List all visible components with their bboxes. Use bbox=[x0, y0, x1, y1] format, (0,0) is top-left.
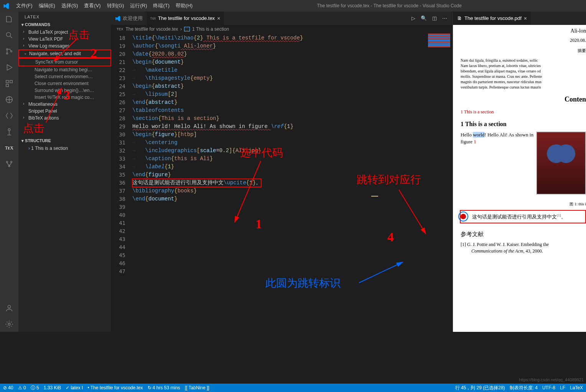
status-item[interactable]: 制表符长度: 4 bbox=[510, 385, 538, 391]
breadcrumb[interactable]: TEX The testfile for vscode.tex › ⬚ 1 Th… bbox=[111, 25, 453, 33]
tab-texfile[interactable]: TᴇX The testfile for vscode.tex × bbox=[146, 11, 224, 25]
svg-rect-4 bbox=[6, 80, 8, 83]
pdf-highlight: world bbox=[473, 132, 484, 138]
chevron-icon: › bbox=[180, 26, 182, 32]
sidebar-item[interactable]: ›Build LaTeX project bbox=[18, 29, 111, 36]
menu-item[interactable]: 选择(S) bbox=[58, 3, 81, 8]
extensions-icon[interactable] bbox=[5, 79, 14, 88]
sidebar-item-label: Insert %!TeX root magic co… bbox=[35, 95, 94, 100]
sidebar-item[interactable]: ⌄Navigate, select, and edit bbox=[18, 49, 111, 58]
source-control-icon[interactable] bbox=[5, 47, 14, 56]
structure-section[interactable]: STRUCTURE bbox=[18, 137, 111, 145]
status-item[interactable]: ✓ latex I bbox=[66, 385, 83, 390]
status-item[interactable]: ⊘ 40 bbox=[3, 385, 13, 390]
minimap[interactable] bbox=[426, 33, 453, 102]
sidebar-item[interactable]: Select current environmen… bbox=[18, 73, 111, 80]
split-icon[interactable]: ◫ bbox=[432, 15, 437, 21]
sidebar-item[interactable]: ›View Log messages bbox=[18, 43, 111, 49]
latex-icon[interactable]: TᴇX bbox=[5, 143, 14, 153]
breadcrumb-symbol: 1 This is a section bbox=[192, 26, 229, 32]
svg-point-9 bbox=[7, 161, 8, 163]
svg-point-3 bbox=[11, 51, 12, 52]
sidebar-item[interactable]: ›BibTeX actions bbox=[18, 115, 111, 121]
commands-section[interactable]: COMMANDS bbox=[18, 21, 111, 29]
svg-point-8 bbox=[8, 129, 10, 131]
menu-item[interactable]: 转到(G) bbox=[104, 3, 127, 8]
pdf-figure bbox=[536, 131, 586, 195]
status-item[interactable]: ↻ 4 hrs 53 mins bbox=[148, 385, 180, 390]
svg-point-1 bbox=[7, 49, 8, 50]
sidebar-item[interactable]: Navigate to matching begi… bbox=[18, 66, 111, 73]
pdf-caption: 图 1: this i bbox=[461, 202, 586, 207]
close-icon[interactable]: × bbox=[217, 15, 220, 21]
run-icon[interactable]: ▷ bbox=[412, 15, 415, 21]
pdf-contents-title: Conten bbox=[461, 95, 586, 104]
pdf-section-header: 1 This is a section bbox=[461, 120, 586, 128]
vscode-logo bbox=[3, 3, 9, 9]
git-graph-icon[interactable] bbox=[5, 159, 14, 169]
breadcrumb-file: The testfile for vscode.tex bbox=[126, 26, 178, 32]
status-item[interactable]: 行 45，列 29 (已选择28) bbox=[455, 385, 505, 391]
menu-item[interactable]: 编辑(E) bbox=[36, 3, 58, 8]
sidebar-item[interactable]: Surround with begin{}…\en… bbox=[18, 87, 111, 94]
close-icon[interactable]: × bbox=[524, 15, 527, 21]
svg-point-10 bbox=[11, 161, 12, 163]
menu-item[interactable]: 运行(R) bbox=[127, 3, 150, 8]
svg-point-12 bbox=[8, 305, 10, 308]
debug-icon[interactable] bbox=[5, 63, 14, 72]
watermark: https://blog.csdn.net/qq_44089921 bbox=[519, 377, 584, 382]
menu-item[interactable]: 终端(T) bbox=[150, 3, 173, 8]
gear-icon[interactable] bbox=[5, 320, 14, 329]
menu-item[interactable]: 文件(F) bbox=[13, 3, 36, 8]
files-icon[interactable] bbox=[5, 15, 14, 24]
pdf-abstract: Nam dui ligula, fringilla a, euismod sod… bbox=[461, 58, 586, 90]
sidebar-item[interactable]: Snippet Panel bbox=[18, 108, 111, 115]
activity-bar: TᴇX bbox=[0, 11, 18, 332]
status-item[interactable]: UTF-8 bbox=[542, 385, 555, 390]
chevron-icon: › bbox=[23, 102, 24, 106]
sidebar-item[interactable]: ›View LaTeX PDF bbox=[18, 36, 111, 43]
status-item[interactable]: • The testfile for vscode.tex bbox=[87, 385, 143, 390]
tree-icon[interactable] bbox=[5, 127, 14, 136]
status-item[interactable]: LaTeX bbox=[570, 385, 583, 390]
tab-label: The testfile for vscode.tex bbox=[158, 15, 215, 21]
pdf-ref: 1 bbox=[474, 139, 476, 144]
structure-item[interactable]: › 1 This is a section bbox=[18, 145, 111, 152]
account-icon[interactable] bbox=[5, 303, 14, 313]
search-icon[interactable]: 🔍 bbox=[421, 15, 427, 21]
liveshare-icon[interactable] bbox=[5, 95, 14, 104]
status-item[interactable]: ⚠ 0 bbox=[18, 385, 26, 390]
sidebar-item[interactable]: Insert %!TeX root magic co… bbox=[18, 94, 111, 101]
sidebar-item-label: Navigate to matching begi… bbox=[35, 67, 92, 72]
sidebar-item-label: View Log messages bbox=[28, 43, 69, 49]
sidebar-item[interactable]: SyncTeX from cursor bbox=[18, 58, 111, 66]
menu-item[interactable]: 帮助(H) bbox=[173, 3, 196, 8]
sidebar-item[interactable]: ›Miscellaneous bbox=[18, 101, 111, 108]
code-editor[interactable]: \title{\heiti\zihao{2} This is a testfil… bbox=[132, 33, 453, 332]
structure-number: 1 bbox=[31, 146, 34, 151]
chevron-icon: › bbox=[28, 146, 30, 151]
status-item[interactable]: ⓘ 5 bbox=[31, 385, 39, 390]
svg-point-13 bbox=[8, 323, 10, 325]
pdf-date: 2020.08. bbox=[461, 37, 586, 44]
chevron-icon: › bbox=[23, 30, 24, 34]
status-item[interactable]: 1.33 KiB bbox=[44, 385, 61, 390]
sidebar-item-label: Snippet Panel bbox=[28, 108, 57, 114]
chevron-icon: ⌄ bbox=[24, 51, 27, 55]
menu-item[interactable]: 查看(V) bbox=[81, 3, 104, 8]
more-icon[interactable]: ⋯ bbox=[442, 15, 447, 21]
tex-file-icon: TEX bbox=[117, 27, 123, 31]
tab-label: 欢迎使用 bbox=[123, 15, 143, 22]
tab-pdf[interactable]: 🗎 The testfile for vscode.pdf × bbox=[453, 11, 531, 25]
remote-icon[interactable] bbox=[5, 111, 14, 120]
preview-tabs: 🗎 The testfile for vscode.pdf × bbox=[453, 11, 586, 25]
search-icon[interactable] bbox=[5, 31, 14, 40]
status-item[interactable]: LF bbox=[560, 385, 565, 390]
status-item[interactable]: [[ TabNine ]] bbox=[185, 385, 209, 390]
tab-welcome[interactable]: 欢迎使用 bbox=[111, 11, 146, 25]
pdf-page[interactable]: Ali-lon 2020.08. 摘要 Nam dui ligula, frin… bbox=[453, 25, 586, 332]
chevron-icon: › bbox=[23, 36, 24, 41]
vscode-icon bbox=[115, 16, 120, 21]
sidebar-item[interactable]: Close current environment bbox=[18, 80, 111, 87]
structure-label: This is a section bbox=[35, 146, 68, 151]
